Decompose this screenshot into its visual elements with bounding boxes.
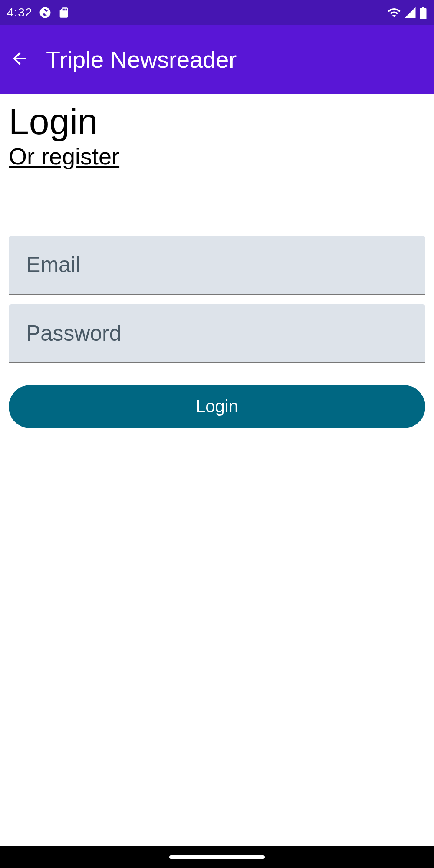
email-field[interactable] xyxy=(9,236,425,295)
arrow-left-icon xyxy=(10,49,29,70)
login-button[interactable]: Login xyxy=(9,385,425,428)
system-nav-bar xyxy=(0,846,434,868)
app-title: Triple Newsreader xyxy=(46,46,237,73)
wifi-icon xyxy=(387,6,401,20)
status-bar: 4:32 xyxy=(0,0,434,25)
status-time: 4:32 xyxy=(7,6,33,20)
nav-pill[interactable] xyxy=(169,855,265,859)
register-link[interactable]: Or register xyxy=(9,142,425,171)
app-bar: Triple Newsreader xyxy=(0,25,434,94)
status-left: 4:32 xyxy=(7,6,70,20)
signal-icon xyxy=(404,6,417,19)
password-field[interactable] xyxy=(9,304,425,363)
back-button[interactable] xyxy=(9,49,30,70)
update-icon xyxy=(39,6,52,19)
login-content: Login Or register Login xyxy=(0,94,434,846)
battery-icon xyxy=(419,6,427,19)
status-right xyxy=(387,6,427,20)
page-title: Login xyxy=(9,103,425,140)
sd-card-icon xyxy=(58,7,70,19)
